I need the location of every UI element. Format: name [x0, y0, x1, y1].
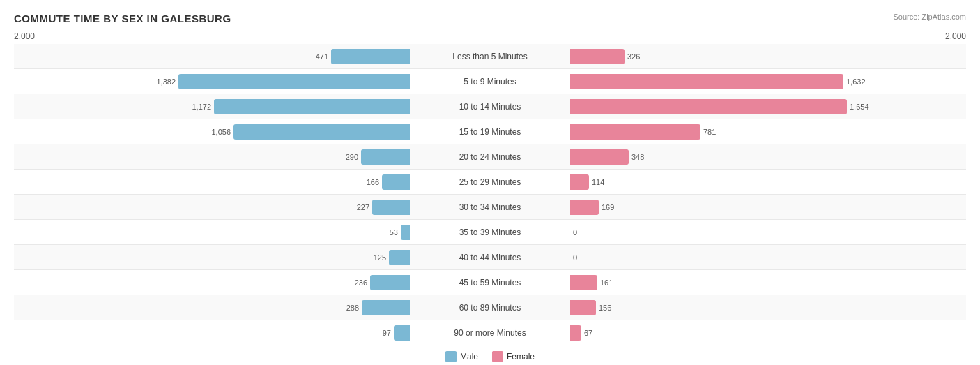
row-label: 10 to 14 Minutes [410, 102, 570, 112]
female-value: 114 [592, 178, 613, 186]
chart-row: 53 35 to 39 Minutes 0 [14, 220, 966, 245]
female-side: 781 [570, 124, 724, 140]
row-label: 30 to 34 Minutes [410, 202, 570, 212]
chart-row: 290 20 to 24 Minutes 348 [14, 144, 966, 170]
female-bar [570, 124, 700, 140]
male-bar [382, 174, 410, 190]
male-bar [214, 99, 410, 114]
female-legend-box [492, 351, 503, 362]
male-side: 471 [307, 49, 410, 64]
male-bar [389, 250, 410, 265]
female-value: 67 [584, 329, 605, 337]
male-bar [401, 225, 410, 240]
female-side: 1,632 [570, 74, 867, 89]
chart-row: 227 30 to 34 Minutes 169 [14, 195, 966, 220]
male-side: 1,056 [210, 124, 410, 140]
male-value: 53 [377, 228, 398, 237]
row-label: 45 to 59 Minutes [410, 278, 570, 288]
female-value: 161 [600, 278, 621, 287]
male-side: 288 [338, 300, 410, 315]
chart-row: 471 Less than 5 Minutes 326 [14, 44, 966, 69]
row-label: 5 to 9 Minutes [410, 77, 570, 87]
male-value: 288 [338, 304, 359, 312]
female-bar [570, 74, 843, 89]
male-value: 1,056 [210, 128, 231, 136]
axis-labels: 2,000 2,000 [14, 31, 966, 41]
female-value: 169 [602, 203, 622, 211]
male-legend-label: Male [460, 352, 478, 362]
source-text: Source: ZipAtlas.com [893, 13, 966, 21]
male-value: 290 [337, 153, 358, 161]
female-side: 169 [570, 200, 622, 215]
chart-row: 288 60 to 89 Minutes 156 [14, 295, 966, 320]
chart-container: COMMUTE TIME BY SEX IN GALESBURG Source:… [0, 0, 980, 365]
female-legend-label: Female [507, 352, 535, 362]
male-side: 53 [377, 225, 410, 240]
legend-female: Female [492, 351, 535, 362]
chart-row: 1,172 10 to 14 Minutes 1,654 [14, 94, 966, 119]
female-side: 1,654 [570, 99, 871, 114]
male-bar [233, 124, 410, 140]
female-side: 156 [570, 300, 620, 315]
female-bar [570, 300, 596, 315]
female-side: 67 [570, 325, 605, 341]
male-side: 227 [349, 200, 410, 215]
female-bar [570, 325, 581, 341]
row-label: 35 to 39 Minutes [410, 228, 570, 237]
female-bar [570, 174, 589, 190]
male-bar [372, 200, 410, 215]
male-value: 166 [358, 178, 379, 186]
female-value: 1,654 [850, 103, 871, 111]
female-value: 0 [573, 228, 594, 237]
row-label: 60 to 89 Minutes [410, 303, 570, 313]
chart-area: 471 Less than 5 Minutes 326 1,382 5 to 9… [14, 44, 966, 345]
row-label: 20 to 24 Minutes [410, 152, 570, 162]
male-value: 1,382 [155, 77, 176, 86]
female-side: 0 [570, 225, 594, 240]
chart-row: 1,056 15 to 19 Minutes 781 [14, 119, 966, 144]
male-legend-box [445, 351, 457, 362]
female-value: 348 [631, 153, 652, 161]
row-label: 40 to 44 Minutes [410, 253, 570, 262]
female-side: 114 [570, 174, 613, 190]
row-label: Less than 5 Minutes [410, 52, 570, 61]
male-value: 471 [307, 52, 328, 61]
female-value: 0 [573, 253, 594, 262]
female-value: 781 [703, 128, 724, 136]
female-side: 326 [570, 49, 648, 64]
male-side: 236 [346, 275, 410, 290]
male-bar [178, 74, 410, 89]
male-side: 290 [337, 149, 410, 165]
row-label: 15 to 19 Minutes [410, 127, 570, 137]
male-value: 227 [349, 203, 369, 211]
female-side: 348 [570, 149, 652, 165]
row-label: 25 to 29 Minutes [410, 177, 570, 187]
axis-left: 2,000 [14, 31, 35, 41]
legend: Male Female [14, 351, 966, 362]
male-value: 1,172 [190, 103, 211, 111]
female-bar [570, 49, 625, 64]
male-side: 97 [370, 325, 410, 341]
male-side: 125 [365, 250, 410, 265]
legend-male: Male [445, 351, 478, 362]
male-value: 236 [346, 278, 367, 287]
male-bar [331, 49, 410, 64]
male-value: 125 [365, 253, 386, 262]
male-value: 97 [370, 329, 391, 337]
female-bar [570, 149, 629, 165]
chart-row: 125 40 to 44 Minutes 0 [14, 245, 966, 270]
female-side: 161 [570, 275, 621, 290]
chart-row: 236 45 to 59 Minutes 161 [14, 270, 966, 295]
male-bar [370, 275, 410, 290]
female-bar [570, 200, 599, 215]
female-value: 156 [599, 304, 620, 312]
chart-row: 166 25 to 29 Minutes 114 [14, 170, 966, 195]
row-label: 90 or more Minutes [410, 328, 570, 338]
female-value: 326 [627, 52, 648, 61]
male-bar [361, 149, 410, 165]
male-side: 166 [358, 174, 410, 190]
male-side: 1,382 [155, 74, 410, 89]
chart-row: 97 90 or more Minutes 67 [14, 320, 966, 345]
axis-right: 2,000 [945, 31, 966, 41]
chart-title: COMMUTE TIME BY SEX IN GALESBURG [14, 13, 966, 24]
